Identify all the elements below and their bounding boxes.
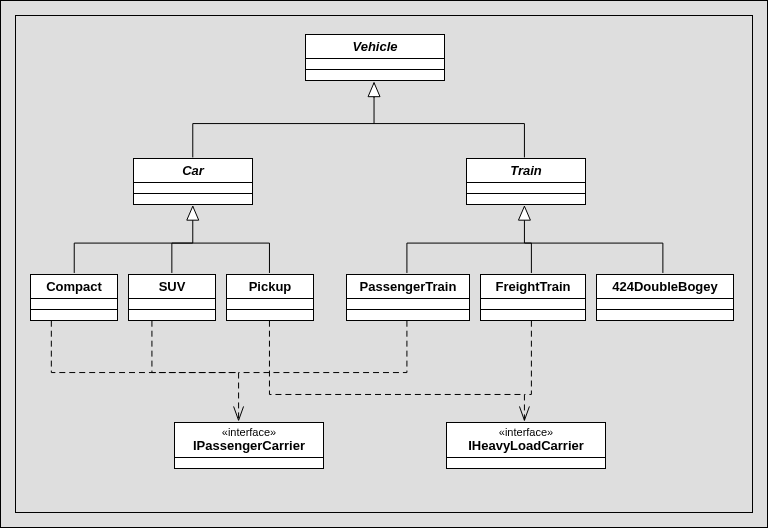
class-compact-name: Compact	[31, 275, 117, 299]
class-suv-ops	[129, 310, 215, 320]
class-passengertrain-name: PassengerTrain	[347, 275, 469, 299]
class-suv: SUV	[128, 274, 216, 321]
class-424doublebogey-name: 424DoubleBogey	[597, 275, 733, 299]
class-compact-ops	[31, 310, 117, 320]
connectors-layer	[16, 16, 752, 512]
interface-iheavyloadcarrier-name: IHeavyLoadCarrier	[447, 438, 605, 458]
class-compact-attrs	[31, 299, 117, 310]
class-passengertrain-ops	[347, 310, 469, 320]
class-freighttrain-name: FreightTrain	[481, 275, 585, 299]
class-pickup: Pickup	[226, 274, 314, 321]
interface-ipassengercarrier: «interface» IPassengerCarrier	[174, 422, 324, 469]
interface-iheavyloadcarrier: «interface» IHeavyLoadCarrier	[446, 422, 606, 469]
class-car: Car	[133, 158, 253, 205]
class-vehicle-ops	[306, 70, 444, 80]
class-train-ops	[467, 194, 585, 204]
class-pickup-name: Pickup	[227, 275, 313, 299]
class-freighttrain-attrs	[481, 299, 585, 310]
class-vehicle: Vehicle	[305, 34, 445, 81]
interface-iheavyloadcarrier-ops	[447, 458, 605, 468]
interface-iheavyloadcarrier-stereo: «interface»	[447, 423, 605, 438]
class-424doublebogey-attrs	[597, 299, 733, 310]
interface-ipassengercarrier-stereo: «interface»	[175, 423, 323, 438]
class-pickup-ops	[227, 310, 313, 320]
class-passengertrain-attrs	[347, 299, 469, 310]
class-train-name: Train	[467, 159, 585, 183]
class-freighttrain: FreightTrain	[480, 274, 586, 321]
interface-ipassengercarrier-name: IPassengerCarrier	[175, 438, 323, 458]
class-car-ops	[134, 194, 252, 204]
class-vehicle-name: Vehicle	[306, 35, 444, 59]
class-suv-name: SUV	[129, 275, 215, 299]
class-train: Train	[466, 158, 586, 205]
class-pickup-attrs	[227, 299, 313, 310]
class-train-attrs	[467, 183, 585, 194]
class-suv-attrs	[129, 299, 215, 310]
class-freighttrain-ops	[481, 310, 585, 320]
class-compact: Compact	[30, 274, 118, 321]
class-424doublebogey-ops	[597, 310, 733, 320]
class-car-name: Car	[134, 159, 252, 183]
interface-ipassengercarrier-ops	[175, 458, 323, 468]
diagram-frame: Vehicle Car Train Compact SUV	[15, 15, 753, 513]
class-vehicle-attrs	[306, 59, 444, 70]
class-car-attrs	[134, 183, 252, 194]
class-passengertrain: PassengerTrain	[346, 274, 470, 321]
class-424doublebogey: 424DoubleBogey	[596, 274, 734, 321]
diagram-canvas: Vehicle Car Train Compact SUV	[0, 0, 768, 528]
